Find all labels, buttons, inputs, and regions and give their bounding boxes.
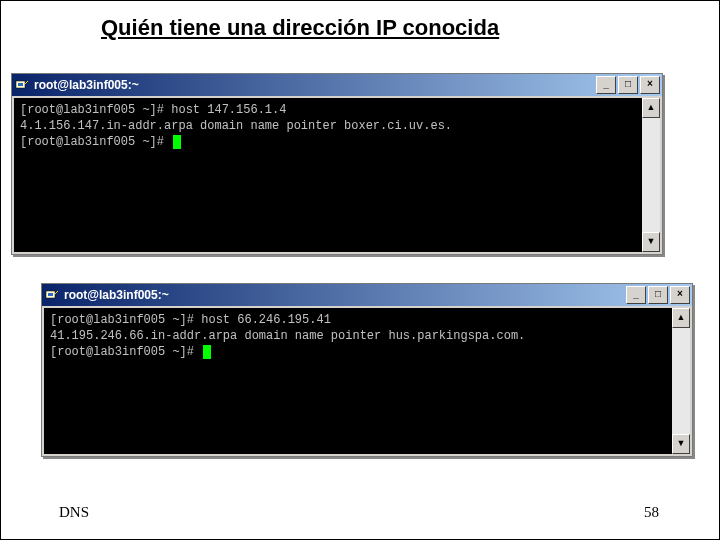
svg-line-2 <box>25 81 28 84</box>
page-number: 58 <box>644 504 659 521</box>
scroll-down-icon[interactable]: ▼ <box>672 434 690 454</box>
prompt: [root@lab3inf005 ~]# <box>20 103 164 117</box>
terminal-body-1[interactable]: [root@lab3inf005 ~]# host 147.156.1.4 4.… <box>14 98 660 252</box>
slide: Quién tiene una dirección IP conocida ro… <box>0 0 720 540</box>
window-title-1: root@lab3inf005:~ <box>34 78 596 92</box>
scrollbar-1[interactable]: ▲ ▼ <box>642 98 660 252</box>
window-title-2: root@lab3inf005:~ <box>64 288 626 302</box>
close-button[interactable]: × <box>640 76 660 94</box>
prompt: [root@lab3inf005 ~]# <box>50 345 194 359</box>
putty-icon <box>44 287 60 303</box>
titlebar-1[interactable]: root@lab3inf005:~ _ □ × <box>12 74 662 96</box>
output-line: 41.195.246.66.in-addr.arpa domain name p… <box>50 329 525 343</box>
scroll-up-icon[interactable]: ▲ <box>672 308 690 328</box>
cursor-icon <box>203 345 211 359</box>
cursor-icon <box>173 135 181 149</box>
svg-rect-1 <box>18 83 23 86</box>
scroll-track[interactable] <box>672 328 690 434</box>
prompt: [root@lab3inf005 ~]# <box>20 135 164 149</box>
slide-title: Quién tiene una dirección IP conocida <box>101 15 499 41</box>
window-buttons-1: _ □ × <box>596 76 660 94</box>
scroll-track[interactable] <box>642 118 660 232</box>
putty-icon <box>14 77 30 93</box>
svg-line-5 <box>55 291 58 294</box>
scrollbar-2[interactable]: ▲ ▼ <box>672 308 690 454</box>
terminal-body-2[interactable]: [root@lab3inf005 ~]# host 66.246.195.41 … <box>44 308 690 454</box>
terminal-window-2: root@lab3inf005:~ _ □ × [root@lab3inf005… <box>41 283 693 457</box>
terminal-window-1: root@lab3inf005:~ _ □ × [root@lab3inf005… <box>11 73 663 255</box>
close-button[interactable]: × <box>670 286 690 304</box>
maximize-button[interactable]: □ <box>648 286 668 304</box>
scroll-down-icon[interactable]: ▼ <box>642 232 660 252</box>
scroll-up-icon[interactable]: ▲ <box>642 98 660 118</box>
footer-label: DNS <box>59 504 89 521</box>
output-line: 4.1.156.147.in-addr.arpa domain name poi… <box>20 119 452 133</box>
maximize-button[interactable]: □ <box>618 76 638 94</box>
minimize-button[interactable]: _ <box>596 76 616 94</box>
command-text: host 147.156.1.4 <box>164 103 286 117</box>
command-text: host 66.246.195.41 <box>194 313 331 327</box>
titlebar-2[interactable]: root@lab3inf005:~ _ □ × <box>42 284 692 306</box>
svg-rect-4 <box>48 293 53 296</box>
window-buttons-2: _ □ × <box>626 286 690 304</box>
prompt: [root@lab3inf005 ~]# <box>50 313 194 327</box>
minimize-button[interactable]: _ <box>626 286 646 304</box>
